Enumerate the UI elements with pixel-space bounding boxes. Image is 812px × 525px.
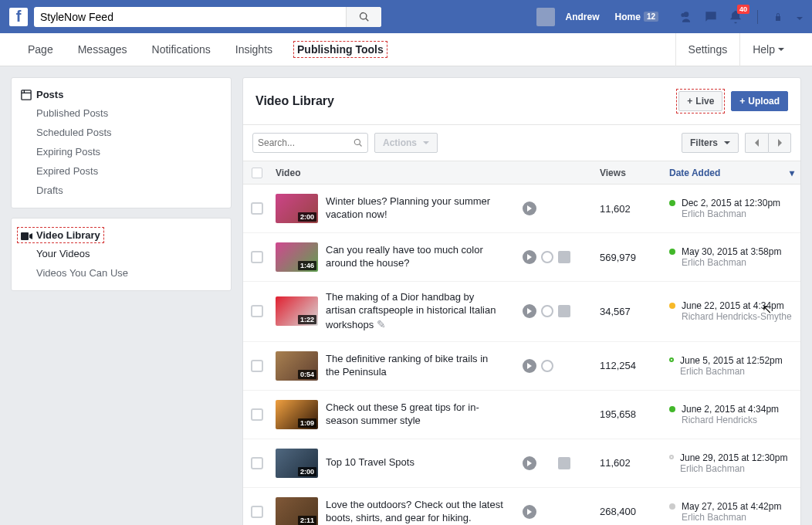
table-row[interactable]: 0:54The definitive ranking of bike trail… <box>243 342 800 391</box>
video-thumbnail[interactable]: 2:00 <box>276 449 318 478</box>
search-input[interactable] <box>34 11 346 23</box>
table-row[interactable]: 1:09Check out these 5 great tips for in-… <box>243 391 800 439</box>
sidebar-item-scheduled-posts[interactable]: Scheduled Posts <box>12 123 231 142</box>
row-date: May 30, 2015 at 3:58pm <box>682 246 781 257</box>
video-library-icon <box>21 232 33 241</box>
video-title[interactable]: The making of a Dior handbag by artisan … <box>326 291 503 332</box>
status-dot <box>669 249 675 255</box>
table-row[interactable]: 1:46Can you really have too much color a… <box>243 233 800 282</box>
actions-button[interactable]: Actions <box>374 133 438 153</box>
messages-icon[interactable] <box>703 9 719 25</box>
pager-prev[interactable] <box>745 133 768 153</box>
video-thumbnail[interactable]: 2:11 <box>276 497 318 525</box>
sidebar-item-expiring-posts[interactable]: Expiring Posts <box>12 142 231 161</box>
table-row[interactable]: 1:22The making of a Dior handbag by arti… <box>243 282 800 342</box>
video-title[interactable]: Can you really have too much color aroun… <box>326 244 503 270</box>
sidebar-item-published-posts[interactable]: Published Posts <box>12 103 231 123</box>
video-thumbnail[interactable]: 1:46 <box>276 242 318 272</box>
home-link[interactable]: Home 12 <box>611 12 663 22</box>
row-views: 11,602 <box>600 457 661 469</box>
video-duration: 1:09 <box>298 418 316 428</box>
menu-caret-icon[interactable] <box>793 11 803 22</box>
search-box[interactable] <box>34 7 381 27</box>
video-search-input[interactable] <box>258 137 354 148</box>
video-title[interactable]: The definitive ranking of bike trails in… <box>326 353 503 379</box>
search-button[interactable] <box>346 7 381 27</box>
main-panel: Video Library + Live + Upload Actions Fi… <box>242 77 801 525</box>
pager-next[interactable] <box>768 133 791 153</box>
row-status-icons <box>523 304 600 318</box>
friend-requests-icon[interactable] <box>678 9 694 25</box>
pager <box>745 133 791 153</box>
select-all-checkbox[interactable] <box>252 168 262 178</box>
video-title[interactable]: Love the outdoors? Check out the latest … <box>326 499 503 525</box>
video-thumbnail[interactable]: 1:09 <box>276 400 318 429</box>
video-duration: 1:22 <box>298 315 316 324</box>
video-thumbnail[interactable]: 2:00 <box>276 194 318 223</box>
distribution-icon <box>541 360 553 372</box>
filters-button[interactable]: Filters <box>682 133 739 153</box>
sidebar-item-drafts[interactable]: Drafts <box>12 181 231 200</box>
status-dot <box>669 503 675 510</box>
posts-icon <box>21 90 32 100</box>
row-checkbox[interactable] <box>251 305 263 317</box>
fb-logo[interactable]: f <box>9 8 28 26</box>
row-checkbox[interactable] <box>251 506 263 518</box>
row-views: 11,602 <box>600 203 661 215</box>
row-views: 112,254 <box>600 360 661 371</box>
row-date: May 27, 2015 at 4:42pm <box>682 501 781 512</box>
row-checkbox[interactable] <box>251 408 263 421</box>
topbar: f Andrew Home 12 40 <box>0 0 812 33</box>
table-row[interactable]: 2:11Love the outdoors? Check out the lat… <box>243 488 800 525</box>
home-badge: 12 <box>644 12 658 22</box>
sidebar-posts-header[interactable]: Posts <box>12 86 231 103</box>
tab-page[interactable]: Page <box>15 33 66 66</box>
col-date[interactable]: Date Added▾ <box>661 168 800 178</box>
row-status-icons <box>523 505 600 519</box>
tab-publishing-tools[interactable]: Publishing Tools <box>285 33 396 66</box>
row-views: 569,979 <box>600 252 661 263</box>
play-icon <box>523 505 536 519</box>
video-thumbnail[interactable]: 0:54 <box>276 351 318 381</box>
table-header: Video Views Date Added▾ <box>243 161 800 185</box>
tab-messages[interactable]: Messages <box>66 33 140 66</box>
tab-notifications[interactable]: Notifications <box>140 33 223 66</box>
sidebar-item-expired-posts[interactable]: Expired Posts <box>12 161 231 181</box>
privacy-icon[interactable] <box>772 11 784 23</box>
col-video[interactable]: Video <box>271 168 523 178</box>
row-date: June 22, 2015 at 4:34pm <box>682 300 792 311</box>
page-title: Video Library <box>255 94 334 108</box>
video-duration: 0:54 <box>298 370 316 379</box>
tabs-bar: PageMessagesNotificationsInsightsPublish… <box>0 33 812 66</box>
col-views[interactable]: Views <box>600 168 661 178</box>
status-dot <box>669 406 675 412</box>
video-thumbnail[interactable]: 1:22 <box>276 296 318 326</box>
row-checkbox[interactable] <box>251 202 263 215</box>
avatar[interactable] <box>536 8 555 26</box>
table-row[interactable]: 2:00Winter blues? Planning your summer v… <box>243 185 800 233</box>
play-icon <box>523 359 536 373</box>
table-row[interactable]: 2:00Top 10 Travel Spots11,602June 29, 20… <box>243 439 800 488</box>
video-title[interactable]: Winter blues? Planning your summer vacat… <box>326 195 503 222</box>
row-checkbox[interactable] <box>251 251 263 263</box>
row-status-icons <box>523 359 600 373</box>
tab-help[interactable]: Help <box>739 33 797 66</box>
video-search[interactable] <box>252 133 368 153</box>
tab-insights[interactable]: Insights <box>223 33 285 66</box>
tab-settings[interactable]: Settings <box>675 33 740 66</box>
play-icon <box>523 304 536 318</box>
video-title[interactable]: Check out these 5 great tips for in-seas… <box>326 401 503 428</box>
svg-rect-3 <box>21 232 29 240</box>
row-views: 34,567 <box>600 306 661 317</box>
edit-icon[interactable]: ✎ <box>377 318 386 330</box>
notifications-icon[interactable]: 40 <box>728 9 743 25</box>
sidebar-video-library-header[interactable]: Video Library <box>12 226 231 244</box>
sidebar-item-your-videos[interactable]: Your Videos <box>12 244 231 263</box>
live-button[interactable]: + Live <box>678 91 722 111</box>
row-checkbox[interactable] <box>251 360 263 372</box>
row-checkbox[interactable] <box>251 457 263 469</box>
user-name[interactable]: Andrew <box>561 12 604 22</box>
sidebar-item-videos-you-can-use[interactable]: Videos You Can Use <box>12 263 231 283</box>
video-title[interactable]: Top 10 Travel Spots <box>326 456 414 469</box>
upload-button[interactable]: + Upload <box>731 91 788 111</box>
